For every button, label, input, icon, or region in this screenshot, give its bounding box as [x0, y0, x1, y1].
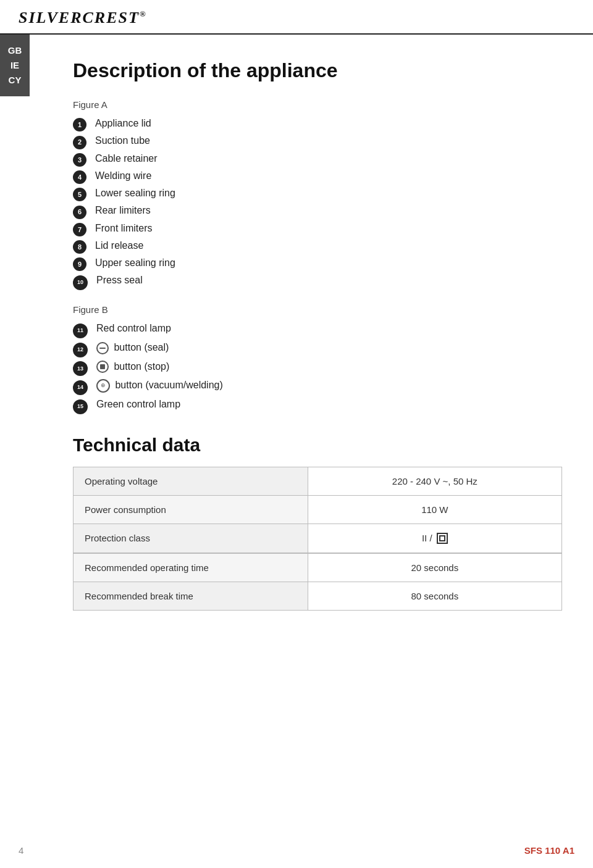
item-number-7: 7: [73, 223, 86, 236]
tech-label-power: Power consumption: [74, 495, 308, 524]
main-content: Description of the appliance Figure A 1 …: [30, 35, 593, 635]
tech-value-voltage: 220 - 240 V ~, 50 Hz: [308, 467, 561, 495]
item-number-3: 3: [73, 153, 86, 167]
item-text-6: Rear limiters: [95, 203, 151, 218]
item-text-15: Green control lamp: [96, 397, 180, 412]
seal-button-icon: [96, 342, 109, 354]
tech-label-break-time: Recommended break time: [74, 582, 308, 610]
list-item: 5 Lower sealing ring: [73, 186, 562, 201]
table-row: Operating voltage 220 - 240 V ~, 50 Hz: [74, 467, 562, 495]
figure-b-list: 11 Red control lamp 12 button (seal) 13 …: [73, 321, 562, 414]
list-item: 12 button (seal): [73, 340, 562, 357]
list-item: 14 ⊕ button (vacuum/welding): [73, 378, 562, 394]
item-number-1: 1: [73, 118, 86, 131]
country-gb: GB: [8, 43, 22, 58]
list-item: 3 Cable retainer: [73, 151, 562, 166]
tech-label-protection: Protection class: [74, 524, 308, 553]
page-footer: 4 SFS 110 A1: [0, 845, 593, 856]
double-insulation-icon: [437, 533, 448, 544]
list-item: 2 Suction tube: [73, 133, 562, 148]
item-number-10: 10: [73, 275, 88, 290]
technical-data-table: Operating voltage 220 - 240 V ~, 50 Hz P…: [73, 467, 562, 611]
technical-data-title: Technical data: [73, 435, 562, 456]
tech-value-protection: II /: [308, 524, 561, 553]
table-row: Recommended operating time 20 seconds: [74, 553, 562, 582]
item-number-15: 15: [73, 399, 88, 414]
item-text-3: Cable retainer: [95, 151, 158, 166]
item-number-4: 4: [73, 170, 86, 184]
tech-value-operating-time: 20 seconds: [308, 553, 561, 582]
item-text-4: Welding wire: [95, 169, 151, 183]
item-number-14: 14: [73, 380, 88, 395]
figure-a-list: 1 Appliance lid 2 Suction tube 3 Cable r…: [73, 116, 562, 290]
list-item: 10 Press seal: [73, 273, 562, 290]
item-text-7: Front limiters: [95, 221, 152, 236]
list-item: 13 button (stop): [73, 359, 562, 376]
trademark: ®: [140, 9, 147, 19]
page-header: SilverCrest®: [0, 0, 593, 35]
table-row: Recommended break time 80 seconds: [74, 582, 562, 610]
vacuum-button-icon: ⊕: [96, 379, 110, 393]
list-item: 9 Upper sealing ring: [73, 256, 562, 270]
protection-symbol: II /: [422, 533, 448, 544]
item-number-2: 2: [73, 136, 86, 149]
item-number-12: 12: [73, 343, 88, 357]
item-text-9: Upper sealing ring: [95, 256, 175, 270]
list-item: 6 Rear limiters: [73, 203, 562, 218]
list-item: 11 Red control lamp: [73, 321, 562, 338]
country-ie: IE: [11, 58, 19, 73]
item-text-8: Lid release: [95, 238, 143, 253]
item-text-11: Red control lamp: [96, 321, 171, 336]
figure-a-label: Figure A: [73, 99, 562, 110]
list-item: 8 Lid release: [73, 238, 562, 253]
list-item: 15 Green control lamp: [73, 397, 562, 414]
item-text-1: Appliance lid: [95, 116, 151, 131]
item-text-13: button (stop): [96, 359, 169, 374]
model-number: SFS 110 A1: [524, 845, 574, 856]
figure-b-label: Figure B: [73, 304, 562, 315]
item-number-6: 6: [73, 206, 86, 219]
item-text-12: button (seal): [96, 340, 169, 355]
list-item: 4 Welding wire: [73, 169, 562, 183]
table-row: Power consumption 110 W: [74, 495, 562, 524]
tech-label-operating-time: Recommended operating time: [74, 553, 308, 582]
page-title: Description of the appliance: [73, 59, 562, 82]
item-number-5: 5: [73, 188, 86, 201]
tech-value-power: 110 W: [308, 495, 561, 524]
item-text-5: Lower sealing ring: [95, 186, 175, 201]
inner-square-icon: [439, 535, 445, 541]
item-text-14: ⊕ button (vacuum/welding): [96, 378, 223, 393]
brand-logo: SilverCrest®: [19, 9, 147, 27]
page-number: 4: [19, 845, 23, 856]
item-number-13: 13: [73, 361, 88, 376]
stop-button-icon: [96, 361, 109, 373]
country-cy: CY: [9, 73, 22, 88]
tech-label-voltage: Operating voltage: [74, 467, 308, 495]
list-item: 7 Front limiters: [73, 221, 562, 236]
tech-value-break-time: 80 seconds: [308, 582, 561, 610]
table-row: Protection class II /: [74, 524, 562, 553]
country-tab: GB IE CY: [0, 35, 30, 96]
list-item: 1 Appliance lid: [73, 116, 562, 131]
item-number-11: 11: [73, 323, 88, 338]
item-number-8: 8: [73, 240, 86, 254]
item-text-2: Suction tube: [95, 133, 150, 148]
item-text-10: Press seal: [96, 273, 143, 288]
item-number-9: 9: [73, 257, 86, 271]
